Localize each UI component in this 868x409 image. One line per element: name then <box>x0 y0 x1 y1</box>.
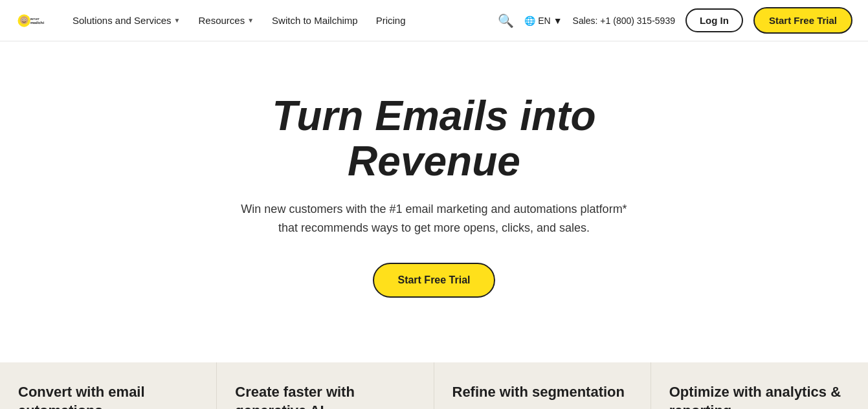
svg-text:mailchimp: mailchimp <box>30 20 44 25</box>
navbar: INTUIT mailchimp Solutions and Services … <box>0 0 868 41</box>
feature-card-analytics: Optimize with analytics & reporting Emai… <box>651 362 868 409</box>
nav-resources[interactable]: Resources ▼ <box>191 10 262 31</box>
start-free-trial-button-hero[interactable]: Start Free Trial <box>373 263 495 298</box>
chevron-down-icon: ▼ <box>247 17 254 24</box>
nav-links: Solutions and Services ▼ Resources ▼ Swi… <box>65 10 498 31</box>
features-section: Convert with email automations S Contact… <box>0 362 868 409</box>
svg-point-5 <box>23 19 23 20</box>
login-button[interactable]: Log In <box>685 8 743 32</box>
feature-title-segmentation: Refine with segmentation <box>452 383 632 402</box>
feature-card-automations: Convert with email automations S Contact… <box>0 362 217 409</box>
feature-title-ai: Create faster with generative AI <box>235 383 415 409</box>
chevron-down-icon: ▼ <box>553 16 562 26</box>
sales-phone: Sales: +1 (800) 315-5939 <box>573 16 675 26</box>
search-icon[interactable]: 🔍 <box>498 13 514 28</box>
svg-point-2 <box>20 16 28 23</box>
logo[interactable]: INTUIT mailchimp <box>16 6 44 35</box>
feature-card-segmentation: Refine with segmentation Potential New <box>434 362 651 409</box>
svg-point-6 <box>25 19 25 20</box>
nav-right: 🔍 🌐 EN ▼ Sales: +1 (800) 315-5939 Log In… <box>498 7 852 34</box>
hero-title: Turn Emails into Revenue <box>208 93 661 184</box>
start-free-trial-button-nav[interactable]: Start Free Trial <box>753 7 852 34</box>
nav-solutions[interactable]: Solutions and Services ▼ <box>65 10 188 31</box>
language-selector[interactable]: 🌐 EN ▼ <box>524 16 562 26</box>
globe-icon: 🌐 <box>524 16 535 26</box>
feature-title-analytics: Optimize with analytics & reporting <box>669 383 850 409</box>
hero-subtitle: Win new customers with the #1 email mark… <box>240 200 629 238</box>
hero-section: Turn Emails into Revenue Win new custome… <box>0 41 868 362</box>
nav-switch[interactable]: Switch to Mailchimp <box>264 10 366 31</box>
feature-card-ai: Create faster with generative AI ✦ Intui… <box>217 362 434 409</box>
chevron-down-icon: ▼ <box>174 17 181 24</box>
feature-title-automations: Convert with email automations <box>18 383 198 409</box>
nav-pricing[interactable]: Pricing <box>368 10 414 31</box>
